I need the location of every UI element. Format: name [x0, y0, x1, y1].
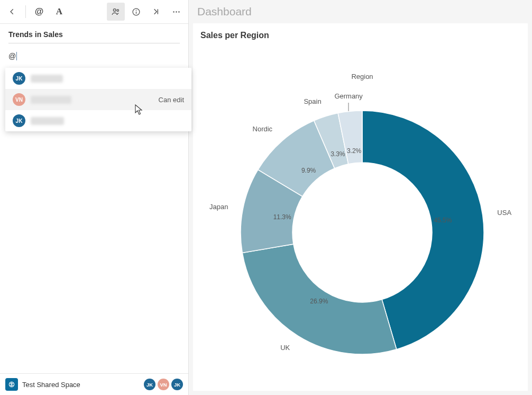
mention-input-value: @	[8, 52, 16, 60]
slice-percent: 11.3%	[273, 213, 291, 221]
slice-percent: 45.5%	[434, 217, 452, 224]
mention-name: Jamie Kerr	[31, 117, 64, 125]
slice-label: Japan	[209, 203, 228, 211]
insights-sidebar: @ A Trends in Sales @ JKJohn KlineVNVera	[0, 0, 189, 395]
slice-percent: 26.9%	[310, 298, 328, 305]
slice-label: Nordic	[253, 125, 273, 133]
avatar[interactable]: JK	[144, 379, 155, 390]
svg-point-8	[178, 11, 179, 12]
avatar: JK	[13, 114, 25, 127]
chart-card: Sales per Region Region45.5%USA26.9%UK11…	[193, 23, 528, 391]
avatar[interactable]: VN	[158, 379, 169, 390]
mention-option[interactable]: JKJohn Kline	[5, 68, 191, 89]
main-area: Dashboard Sales per Region Region45.5%US…	[189, 0, 532, 395]
svg-point-6	[173, 11, 174, 12]
slice-percent: 9.9%	[301, 167, 316, 174]
mention-input[interactable]: @	[8, 52, 180, 60]
sidebar-footer: Test Shared Space JKVNJK	[0, 373, 188, 395]
slice-label: USA	[497, 209, 511, 217]
people-button[interactable]	[107, 3, 125, 21]
avatar: VN	[13, 93, 25, 106]
mention-suggestions: JKJohn KlineVNVera NormanCan editJKJamie…	[5, 68, 191, 131]
svg-point-4	[135, 10, 136, 11]
last-page-button[interactable]	[147, 3, 165, 21]
back-button[interactable]	[3, 3, 21, 21]
svg-point-0	[113, 9, 116, 12]
avatar: JK	[13, 72, 25, 85]
separator	[25, 5, 26, 18]
chart-title: Sales per Region	[193, 23, 528, 42]
svg-text:Region: Region	[351, 73, 373, 80]
section-title: Trends in Sales	[8, 30, 180, 43]
space-name: Test Shared Space	[22, 381, 80, 389]
donut-chart[interactable]: Region45.5%USA26.9%UK11.3%Japan9.9%Nordi…	[193, 50, 531, 389]
info-button[interactable]	[127, 3, 145, 21]
mention-option[interactable]: VNVera NormanCan edit	[5, 89, 191, 110]
footer-avatars: JKVNJK	[144, 379, 183, 390]
svg-point-7	[176, 11, 177, 12]
mention-option[interactable]: JKJamie Kerr	[5, 110, 191, 131]
slice-percent: 3.2%	[347, 147, 362, 155]
sidebar-toolbar: @ A	[0, 0, 188, 24]
slice-label: UK	[280, 344, 290, 352]
slice-label: Spain	[304, 97, 321, 105]
mention-name: John Kline	[31, 75, 63, 83]
slice-label: Germany	[334, 92, 363, 100]
more-button[interactable]	[167, 3, 185, 21]
space-icon[interactable]	[5, 378, 18, 391]
svg-point-1	[117, 10, 118, 11]
mention-button[interactable]: @	[30, 3, 48, 21]
avatar[interactable]: JK	[171, 379, 183, 390]
slice-percent: 3.3%	[331, 150, 345, 158]
mention-name: Vera Norman	[31, 96, 71, 104]
cursor-icon	[134, 104, 144, 115]
mention-role: Can edit	[159, 96, 184, 104]
text-format-button[interactable]: A	[50, 3, 68, 21]
page-title: Dashboard	[189, 0, 532, 23]
